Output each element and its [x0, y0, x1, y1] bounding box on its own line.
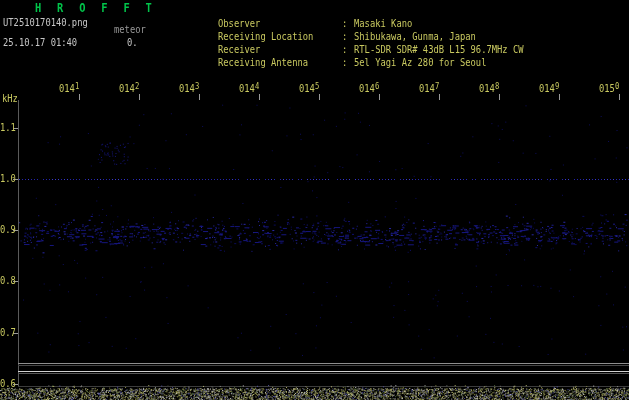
y-axis-unit: kHz	[2, 93, 18, 105]
x-tick-label-0144: 0144	[239, 83, 259, 95]
app-title: H R O F F T	[35, 2, 157, 14]
y-tick-label-0_6: 0.6	[0, 378, 16, 390]
x-tick-label-0149: 0149	[539, 83, 559, 95]
timestamp: 25.10.17 01:40	[3, 37, 77, 49]
x-tick-label-0142: 0142	[119, 83, 139, 95]
x-tick-label-0141: 0141	[59, 83, 79, 95]
y-tick-label-0_8: 0.8	[0, 275, 16, 287]
station-info: Observer:Masaki Kano Receiving Location:…	[178, 4, 566, 56]
echo-counter: 0.	[127, 37, 138, 49]
info-value: RTL-SDR SDR# 43dB L15 96.7MHz CW	[354, 43, 524, 56]
info-separator: :	[342, 30, 352, 43]
x-tick-label-0145: 0145	[299, 83, 319, 95]
mode-label: meteor	[114, 24, 146, 36]
x-tick-label-0146: 0146	[359, 83, 379, 95]
info-separator: :	[342, 17, 352, 30]
info-label: Receiver	[218, 43, 317, 56]
info-label: Receiving Location	[218, 30, 317, 43]
info-separator: :	[342, 43, 352, 56]
y-tick-label-0_7: 0.7	[0, 327, 16, 339]
x-tick-label-0143: 0143	[179, 83, 199, 95]
info-value: Shibukawa, Gunma, Japan	[354, 30, 476, 43]
info-value: 5el Yagi Az 280 for Seoul	[354, 56, 486, 69]
y-tick-label-1_1: 1.1	[0, 122, 16, 134]
info-row-observer: Observer:Masaki Kano	[178, 4, 566, 17]
info-separator: :	[342, 56, 352, 69]
x-tick-label-0150: 0150	[599, 83, 619, 95]
y-tick-label-1_0: 1.0	[0, 173, 16, 185]
y-tick-label-0_9: 0.9	[0, 224, 16, 236]
output-filename: UT2510170140.png	[3, 17, 88, 29]
hrofft-spectrogram-screen: H R O F F T UT2510170140.png meteor 25.1…	[0, 0, 629, 400]
x-tick-label-0148: 0148	[479, 83, 499, 95]
info-label: Observer	[218, 17, 317, 30]
x-tick-label-0147: 0147	[419, 83, 439, 95]
info-label: Receiving Antenna	[218, 56, 317, 69]
info-value: Masaki Kano	[354, 17, 412, 30]
